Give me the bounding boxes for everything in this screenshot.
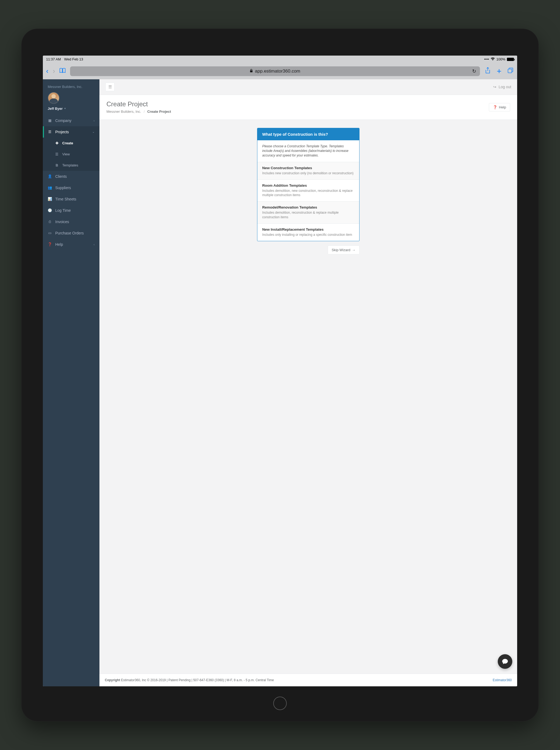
home-button[interactable] xyxy=(273,696,287,710)
logout-button[interactable]: ↪ Log out xyxy=(493,85,511,89)
user-icon: 👤 xyxy=(48,174,52,178)
wizard-option-install-replace[interactable]: New Install/Replacement Templates Includ… xyxy=(257,224,359,241)
wizard-option-title: Room Addition Templates xyxy=(262,183,354,188)
sidebar-item-label: Time Sheets xyxy=(55,197,76,201)
sidebar-item-label: Create xyxy=(62,141,73,145)
help-button-label: Help xyxy=(499,105,506,109)
user-name-label: Jeff Byer xyxy=(48,106,63,111)
share-icon[interactable] xyxy=(484,67,491,75)
avatar[interactable] xyxy=(48,92,60,104)
sidebar-item-label: Purchase Orders xyxy=(55,231,84,235)
address-bar[interactable]: app.estimator360.com ↻ xyxy=(70,66,480,76)
list-icon: ☰ xyxy=(48,130,52,134)
sidebar-item-logtime[interactable]: 🕐 Log Time xyxy=(43,205,100,216)
svg-rect-1 xyxy=(508,69,512,73)
sidebar-item-company[interactable]: ▦ Company ‹ xyxy=(43,115,100,126)
grid-icon: ▦ xyxy=(48,118,52,122)
browser-toolbar: ‹ › app.estimator360.com ↻ + xyxy=(43,63,517,79)
breadcrumb-separator: / xyxy=(144,110,145,114)
wizard-option-desc: Includes only installing or replacing a … xyxy=(262,233,354,237)
chevron-left-icon: ‹ xyxy=(94,243,95,246)
sidebar-company: Messner Builders, Inc. xyxy=(48,85,95,89)
svg-rect-0 xyxy=(250,71,252,72)
document-icon: 🗎 xyxy=(55,163,59,167)
arrow-right-icon: → xyxy=(352,248,355,252)
status-bar: 11:37 AM Wed Feb 13 •••• 100% xyxy=(43,56,517,63)
wizard-option-title: New Install/Replacement Templates xyxy=(262,228,354,232)
chevron-left-icon: ‹ xyxy=(94,119,95,122)
topbar: ☰ ↪ Log out xyxy=(100,79,517,95)
screen: 11:37 AM Wed Feb 13 •••• 100% ‹ › xyxy=(43,56,517,687)
user-menu[interactable]: Jeff Byer ▾ xyxy=(48,106,95,111)
chevron-down-icon: ⌄ xyxy=(92,130,95,134)
users-icon: 👥 xyxy=(48,185,52,190)
sidebar-item-projects[interactable]: ☰ Projects ⌄ xyxy=(43,126,100,138)
tabs-icon[interactable] xyxy=(507,67,514,75)
wifi-icon xyxy=(491,57,495,61)
app-container: Messner Builders, Inc. Jeff Byer ▾ ▦ Com… xyxy=(43,79,517,687)
sidebar-item-timesheets[interactable]: 📊 Time Sheets xyxy=(43,194,100,205)
wizard-option-title: Remodel/Renovation Templates xyxy=(262,205,354,209)
sidebar-item-invoices[interactable]: ⎙ Invoices xyxy=(43,216,100,228)
browser-forward-button: › xyxy=(53,67,55,75)
sidebar-item-templates[interactable]: 🗎 Templates xyxy=(43,160,100,171)
sidebar-item-purchaseorders[interactable]: ▭ Purchase Orders xyxy=(43,228,100,239)
credit-card-icon: ▭ xyxy=(48,231,52,235)
lock-icon xyxy=(250,69,253,73)
chat-widget-button[interactable] xyxy=(498,654,512,669)
wizard-option-new-construction[interactable]: New Construction Templates Includes new … xyxy=(257,162,359,180)
sidebar-item-label: Help xyxy=(55,242,63,246)
sidebar-item-label: Log Time xyxy=(55,208,71,213)
breadcrumb: Messner Builders, Inc. / Create Project xyxy=(106,110,171,114)
wizard-option-room-addition[interactable]: Room Addition Templates Includes demolit… xyxy=(257,180,359,202)
reload-icon[interactable]: ↻ xyxy=(472,68,476,74)
wizard-option-remodel[interactable]: Remodel/Renovation Templates Includes de… xyxy=(257,201,359,224)
sidebar-item-label: Invoices xyxy=(55,220,69,224)
sidebar-item-label: Clients xyxy=(55,174,67,179)
wizard-intro: Please choose a Construction Template Ty… xyxy=(257,140,359,162)
sidebar-item-label: Company xyxy=(55,118,71,123)
status-date: Wed Feb 13 xyxy=(64,57,83,61)
footer-text: Estimator360, Inc © 2016-2019 | Patent P… xyxy=(121,678,274,682)
skip-wizard-label: Skip Wizard xyxy=(332,248,350,252)
sidebar-item-label: Templates xyxy=(62,163,78,167)
page-title: Create Project xyxy=(106,100,171,108)
wizard-option-desc: Includes demolition, reconstruction & re… xyxy=(262,211,354,220)
wizard-option-desc: Includes new construction only (no demol… xyxy=(262,171,354,176)
sidebar-item-suppliers[interactable]: 👥 Suppliers xyxy=(43,182,100,194)
clock-icon: 🕐 xyxy=(48,208,52,212)
logout-label: Log out xyxy=(499,85,511,89)
sidebar: Messner Builders, Inc. Jeff Byer ▾ ▦ Com… xyxy=(43,79,100,687)
bookmarks-icon[interactable] xyxy=(59,68,66,75)
main-area: ☰ ↪ Log out Create Project Messner Build… xyxy=(100,79,517,687)
tablet-frame: 11:37 AM Wed Feb 13 •••• 100% ‹ › xyxy=(21,28,539,722)
battery-icon xyxy=(507,58,514,61)
plus-icon: ✚ xyxy=(55,141,59,145)
invoice-icon: ⎙ xyxy=(48,220,52,224)
page-header: Create Project Messner Builders, Inc. / … xyxy=(100,95,517,120)
sidebar-toggle-button[interactable]: ☰ xyxy=(105,82,115,91)
footer: Copyright Estimator360, Inc © 2016-2019 … xyxy=(100,674,517,686)
browser-back-button[interactable]: ‹ xyxy=(46,67,48,75)
sidebar-item-clients[interactable]: 👤 Clients xyxy=(43,171,100,182)
chat-icon xyxy=(501,658,509,665)
sidebar-item-view[interactable]: ☰ View xyxy=(43,149,100,160)
sidebar-item-label: View xyxy=(62,152,70,156)
wizard-header: What type of Construction is this? xyxy=(257,128,359,140)
footer-link[interactable]: Estimator360 xyxy=(493,678,512,683)
sidebar-item-create[interactable]: ✚ Create xyxy=(43,138,100,149)
sidebar-item-label: Projects xyxy=(55,130,69,134)
sidebar-item-help[interactable]: ❓ Help ‹ xyxy=(43,239,100,250)
status-time: 11:37 AM xyxy=(46,57,61,61)
breadcrumb-root[interactable]: Messner Builders, Inc. xyxy=(106,110,141,114)
help-button[interactable]: ❓ Help xyxy=(489,103,510,112)
skip-wizard-button[interactable]: Skip Wizard → xyxy=(328,245,359,254)
wizard-card: What type of Construction is this? Pleas… xyxy=(257,128,359,241)
question-icon: ❓ xyxy=(493,105,497,109)
question-icon: ❓ xyxy=(48,242,52,246)
cellular-icon: •••• xyxy=(484,57,489,61)
sidebar-item-label: Suppliers xyxy=(55,185,71,190)
battery-percent: 100% xyxy=(496,57,505,61)
chart-icon: 📊 xyxy=(48,197,52,201)
new-tab-button[interactable]: + xyxy=(496,67,503,76)
